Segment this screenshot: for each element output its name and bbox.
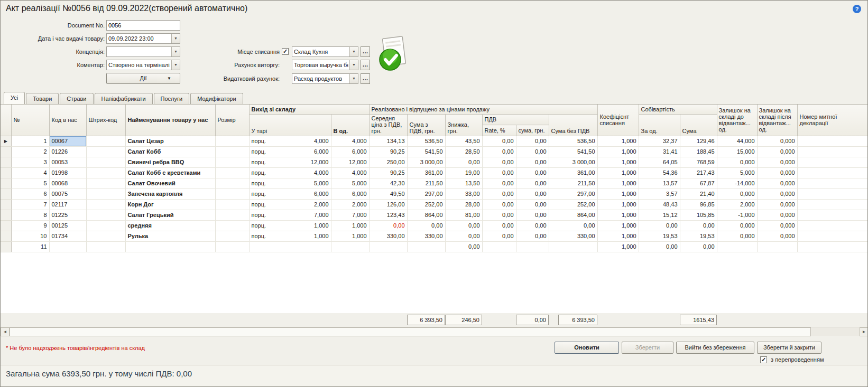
cell-coef[interactable]: 1,000 <box>597 136 639 146</box>
cell-cost_per_unit[interactable]: 15,12 <box>639 210 680 220</box>
cell-num[interactable]: 10 <box>11 231 49 241</box>
cell-size[interactable] <box>215 241 249 252</box>
row-selector-cell[interactable]: ▶ <box>1 136 11 146</box>
cell-avg_price[interactable]: 90,25 <box>369 167 407 178</box>
cell-in_units[interactable]: 6,000 <box>331 146 369 157</box>
cell-customs[interactable] <box>797 220 868 231</box>
cell-code[interactable]: 01998 <box>49 167 86 178</box>
tab-усі[interactable]: Усі <box>4 92 25 104</box>
cell-stock_before[interactable]: -1,000 <box>717 210 757 220</box>
cell-discount[interactable]: 0,00 <box>445 220 482 231</box>
cell-avg_price[interactable] <box>369 241 407 252</box>
col-header-stock-before[interactable]: Залишок на складі до відвантаж... од. <box>717 105 757 136</box>
tab-напівфабрикати[interactable]: Напівфабрикати <box>95 93 153 104</box>
cell-discount[interactable]: 28,50 <box>445 146 482 157</box>
cell-vat_rate[interactable]: 0,00 <box>482 146 516 157</box>
cell-stock_after[interactable]: 0,000 <box>757 146 797 157</box>
cell-cost_sum[interactable]: 0,00 <box>680 241 717 252</box>
cell-stock_before[interactable]: 44,000 <box>717 136 757 146</box>
cell-in_tare[interactable]: порц.2,000 <box>249 199 331 210</box>
cell-in_units[interactable]: 1,000 <box>331 231 369 241</box>
expense-account-browse-button[interactable]: … <box>361 73 370 84</box>
cell-size[interactable] <box>215 188 249 199</box>
cell-name[interactable]: Рулька <box>125 231 215 241</box>
cell-stock_before[interactable]: 2,000 <box>717 199 757 210</box>
cell-name[interactable] <box>125 241 215 252</box>
cell-vat_sum[interactable]: 0,00 <box>516 199 549 210</box>
cell-name[interactable]: Салат Кобб с креветками <box>125 167 215 178</box>
reconduct-checkbox[interactable]: ✓ <box>760 356 767 363</box>
cell-size[interactable] <box>215 136 249 146</box>
cell-vat_rate[interactable]: 0,00 <box>482 157 516 167</box>
cell-vat_sum[interactable]: 0,00 <box>516 136 549 146</box>
cell-cost_sum[interactable]: 129,46 <box>680 136 717 146</box>
cell-in_units[interactable]: 4,000 <box>331 167 369 178</box>
cell-customs[interactable] <box>797 199 868 210</box>
cell-cost_sum[interactable]: 67,87 <box>680 178 717 188</box>
cell-avg_price[interactable]: 126,00 <box>369 199 407 210</box>
cell-in_units[interactable]: 7,000 <box>331 210 369 220</box>
writeoff-place-browse-button[interactable]: … <box>361 46 370 57</box>
cell-num[interactable]: 9 <box>11 220 49 231</box>
cell-stock_after[interactable]: 0,000 <box>757 178 797 188</box>
cell-vat_sum[interactable]: 0,00 <box>516 167 549 178</box>
cell-in_tare[interactable]: порц.4,000 <box>249 136 331 146</box>
cell-vat_rate[interactable]: 0,00 <box>482 167 516 178</box>
revenue-account-browse-button[interactable]: … <box>361 60 370 70</box>
cell-code[interactable] <box>49 241 86 252</box>
cell-code[interactable]: 00068 <box>49 178 86 188</box>
cell-sum_vat[interactable]: 864,00 <box>407 210 445 220</box>
cell-code[interactable]: 00067 <box>49 136 86 146</box>
col-header-barcode[interactable]: Штрих-код <box>86 105 125 136</box>
cell-num[interactable]: 6 <box>11 188 49 199</box>
cell-cost_sum[interactable]: 96,85 <box>680 199 717 210</box>
cell-name[interactable]: Салат Грецький <box>125 210 215 220</box>
cell-customs[interactable] <box>797 231 868 241</box>
col-header-cost-sum[interactable]: Сума <box>680 114 717 136</box>
cell-num[interactable]: 11 <box>11 241 49 252</box>
doc-no-input[interactable] <box>106 20 180 31</box>
col-header-vat-sum[interactable]: сума, грн. <box>516 125 549 136</box>
row-selector-cell[interactable] <box>1 231 11 241</box>
cell-vat_rate[interactable]: 0,00 <box>482 178 516 188</box>
tab-послуги[interactable]: Послуги <box>154 93 190 104</box>
col-header-customs[interactable]: Номер митної декларації <box>797 105 868 136</box>
cell-sum_vat[interactable]: 541,50 <box>407 146 445 157</box>
cell-stock_before[interactable]: 0,000 <box>717 220 757 231</box>
refresh-button[interactable]: Оновити <box>555 342 619 354</box>
cell-in_units[interactable]: 4,000 <box>331 136 369 146</box>
cell-size[interactable] <box>215 146 249 157</box>
cell-cost_per_unit[interactable]: 19,53 <box>639 231 680 241</box>
cell-barcode[interactable] <box>86 178 125 188</box>
cell-avg_price[interactable]: 250,00 <box>369 157 407 167</box>
cell-avg_price[interactable]: 49,50 <box>369 188 407 199</box>
col-header-discount[interactable]: Знижка, грн. <box>445 114 482 136</box>
cell-in_units[interactable]: 6,000 <box>331 188 369 199</box>
scroll-right-icon[interactable]: ► <box>860 327 868 336</box>
chevron-down-icon[interactable]: ▼ <box>349 74 358 83</box>
cell-code[interactable]: 00125 <box>49 220 86 231</box>
cell-discount[interactable]: 13,50 <box>445 178 482 188</box>
row-selector-cell[interactable] <box>1 220 11 231</box>
cell-barcode[interactable] <box>86 210 125 220</box>
cell-code[interactable]: 01225 <box>49 210 86 220</box>
cell-vat_sum[interactable]: 0,00 <box>516 188 549 199</box>
cell-discount[interactable]: 33,00 <box>445 188 482 199</box>
cell-in_tare[interactable]: порц.6,000 <box>249 146 331 157</box>
cell-stock_after[interactable]: 0,000 <box>757 231 797 241</box>
cell-avg_price[interactable]: 330,00 <box>369 231 407 241</box>
horizontal-scrollbar[interactable]: ◄ ► <box>1 327 868 336</box>
cell-name[interactable]: Запечена картопля <box>125 188 215 199</box>
cell-cost_per_unit[interactable]: 64,05 <box>639 157 680 167</box>
cell-name[interactable]: Салат Цезар <box>125 136 215 146</box>
cell-cost_per_unit[interactable]: 54,36 <box>639 167 680 178</box>
cell-vat_sum[interactable]: 0,00 <box>516 146 549 157</box>
tab-модифікатори[interactable]: Модифікатори <box>190 93 243 104</box>
cell-barcode[interactable] <box>86 241 125 252</box>
cell-stock_after[interactable]: 0,000 <box>757 136 797 146</box>
cell-barcode[interactable] <box>86 188 125 199</box>
col-header-in-units[interactable]: В од. <box>331 114 369 136</box>
cell-sum_no_vat[interactable] <box>549 241 597 252</box>
cell-sum_no_vat[interactable]: 211,50 <box>549 178 597 188</box>
cell-coef[interactable]: 1,000 <box>597 231 639 241</box>
